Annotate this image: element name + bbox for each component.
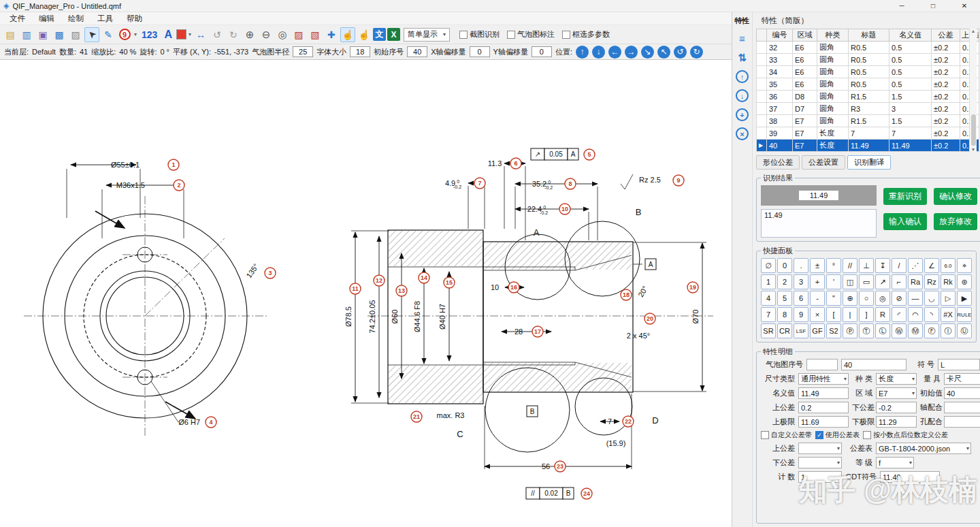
dim-type-select[interactable]: 通用特性▾ — [798, 373, 849, 385]
table-row[interactable]: 33E6圆角R0.50.5±0.20.2 — [757, 54, 979, 66]
table-cell[interactable]: R0.5 — [849, 66, 889, 78]
dim-text[interactable]: (15.9) — [606, 439, 626, 447]
bubble-list-icon[interactable]: ≡ — [736, 32, 749, 45]
table-cell[interactable]: 7 — [889, 127, 932, 140]
quick-symbol-button[interactable]: 6 — [794, 291, 808, 306]
table-cell[interactable]: 40 — [767, 140, 793, 152]
confirm-edit-button[interactable]: 确认修改 — [934, 188, 977, 205]
quick-symbol-button[interactable]: Ⓟ — [843, 323, 858, 338]
quick-symbol-button[interactable]: [ — [826, 307, 841, 322]
rotate-ccw-button[interactable]: ↺ — [674, 46, 687, 59]
quick-symbol-button[interactable]: 7 — [761, 307, 776, 322]
dim-text[interactable]: 56 — [542, 462, 550, 470]
dim-text[interactable]: Ø70 — [691, 310, 700, 324]
quick-symbol-button[interactable]: 4 — [761, 291, 776, 306]
quick-symbol-button[interactable]: ] — [859, 307, 874, 322]
bubble-24[interactable]: 24 — [581, 488, 592, 499]
dim-text[interactable]: max. R3 — [437, 411, 465, 419]
table-cell[interactable]: ±0.2 — [932, 91, 960, 103]
quick-symbol-button[interactable]: ◠ — [908, 307, 923, 322]
save-icon[interactable]: ▣ — [35, 27, 50, 42]
multi-param-select-checkbox[interactable]: 框选多参数 — [562, 29, 610, 39]
quick-symbol-button[interactable]: ○ — [859, 291, 874, 306]
quick-symbol-button[interactable]: Ⓕ — [924, 323, 939, 338]
dim-text[interactable]: 35.2 0-0.2 — [532, 180, 553, 190]
table-cell[interactable]: ±0.2 — [932, 140, 960, 152]
recognition-text-field[interactable]: 11.49 — [761, 209, 877, 238]
zone-select[interactable]: E7▾ — [876, 387, 917, 399]
lower-tol-select[interactable]: ▾ — [798, 457, 842, 468]
gdt-symbol-input[interactable]: 11.49 — [880, 471, 940, 483]
table-cell[interactable]: D8 — [793, 91, 817, 103]
nominal-input[interactable]: 11.49 — [798, 387, 849, 399]
nudge-right-button[interactable]: → — [625, 46, 638, 59]
quick-symbol-button[interactable]: ⋰ — [908, 258, 923, 273]
bubble-22[interactable]: 22 — [623, 416, 634, 427]
bubble-2[interactable]: 2 — [174, 180, 184, 191]
table-cell[interactable]: 长度 — [817, 140, 849, 152]
panel-header-tab[interactable]: 特性（简版） — [756, 14, 977, 29]
nudge-downright-button[interactable]: ↘ — [641, 46, 654, 59]
bubble-9[interactable]: 9 — [673, 175, 684, 186]
dim-text[interactable]: 4.9 0-0.2 — [445, 179, 461, 189]
table-cell[interactable]: R1.5 — [849, 115, 889, 127]
table-cell[interactable]: 0.5 — [889, 78, 932, 91]
bubble-8[interactable]: 8 — [565, 178, 576, 189]
move-up-button[interactable]: ↑ — [736, 70, 749, 83]
table-cell[interactable]: E6 — [793, 78, 817, 91]
bubble-style-button[interactable]: 9 — [117, 27, 132, 42]
table-cell[interactable]: E6 — [793, 66, 817, 78]
quick-symbol-button[interactable]: 1 — [761, 274, 776, 289]
table-cell[interactable]: 圆角 — [817, 42, 849, 54]
table-cell[interactable]: ±0.2 — [932, 127, 960, 140]
start-number-input[interactable]: 40 — [407, 46, 427, 57]
bubble-11[interactable]: 11 — [350, 283, 361, 294]
decimal-tol-checkbox[interactable]: 按小数点后位数定义公差 — [863, 430, 948, 440]
quick-symbol-button[interactable]: ⊕ — [843, 291, 858, 306]
table-cell[interactable]: 39 — [767, 127, 793, 140]
quick-symbol-button[interactable]: R — [875, 307, 890, 322]
dim-text[interactable]: Ø78.5 — [344, 306, 353, 327]
count-input[interactable]: 1 — [798, 471, 842, 483]
table-cell[interactable]: 0.5 — [889, 66, 932, 78]
table-cell[interactable]: E7 — [793, 140, 817, 152]
bubble-5[interactable]: 5 — [584, 149, 595, 160]
discard-edit-button[interactable]: 放弃修改 — [934, 213, 977, 230]
import-layer-icon[interactable]: ▩ — [52, 27, 67, 42]
custom-tol-band-checkbox[interactable]: 自定义公差带 — [761, 430, 812, 440]
dim-text[interactable]: 10 — [491, 283, 499, 291]
table-cell[interactable]: 7 — [849, 127, 889, 140]
quick-symbol-button[interactable]: 8 — [777, 307, 792, 322]
nudge-down-button[interactable]: ↓ — [592, 46, 605, 59]
quick-symbol-button[interactable]: LSF — [794, 323, 808, 338]
tab-1[interactable]: 形位公差 — [756, 155, 800, 170]
quick-symbol-button[interactable]: Rz — [924, 274, 939, 289]
table-cell[interactable]: R1.5 — [849, 91, 889, 103]
quick-symbol-button[interactable]: Ⓣ — [859, 323, 874, 338]
table-cell[interactable]: 圆角 — [817, 103, 849, 115]
dim-text[interactable]: 7 — [608, 417, 612, 426]
bubble-annotation-checkbox-box[interactable] — [507, 31, 515, 39]
color-caret-icon[interactable]: ▾ — [189, 31, 191, 37]
bubble-3[interactable]: 3 — [265, 268, 276, 278]
re-recognize-button[interactable]: 重新识别 — [883, 188, 927, 205]
tab-3[interactable]: 识别翻译 — [847, 155, 891, 170]
add-row-button[interactable]: + — [736, 108, 749, 121]
table-cell[interactable]: D7 — [793, 103, 817, 115]
upper-limit-input[interactable]: 11.69 — [798, 416, 849, 428]
zoom-fit-icon[interactable]: ◎ — [275, 27, 290, 42]
custom-tol-band-checkbox-box[interactable] — [761, 431, 769, 439]
angle-tool-icon[interactable]: ▧ — [308, 27, 323, 42]
table-row[interactable]: 36D8圆角R1.51.5±0.20.2 — [757, 91, 979, 103]
dim-text[interactable]: B — [636, 207, 642, 217]
quick-symbol-button[interactable]: ↧ — [875, 258, 890, 273]
quick-symbol-button[interactable]: ⌐ — [892, 274, 906, 289]
translate-button[interactable]: 文 — [373, 28, 386, 41]
bubble-annotation-checkbox[interactable]: 气泡图标注 — [507, 29, 555, 39]
column-header[interactable]: 名义值 — [889, 29, 932, 42]
dim-text[interactable]: 2 x 45° — [627, 332, 650, 340]
quick-symbol-button[interactable]: ▶ — [957, 291, 972, 306]
quick-symbol-button[interactable]: ∠ — [924, 258, 939, 273]
redo-icon[interactable]: ↻ — [226, 27, 241, 42]
move-down-button[interactable]: ↓ — [736, 89, 749, 102]
